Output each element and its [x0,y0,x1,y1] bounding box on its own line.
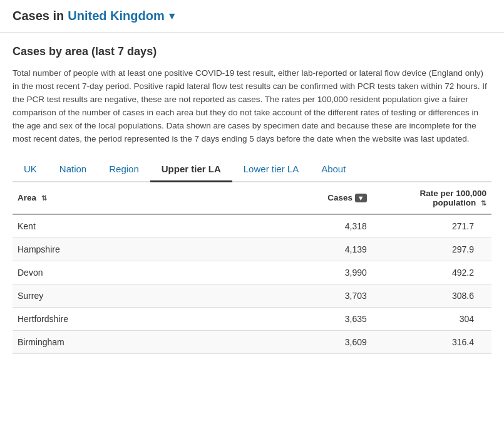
cell-rate: 316.4 [372,330,491,353]
cell-cases: 4,139 [276,237,372,261]
tab-upper-tier-la[interactable]: Upper tier LA [150,159,232,182]
rate-sort-icon[interactable]: ⇅ [481,199,486,207]
area-sort-icon[interactable]: ⇅ [41,194,47,202]
col-header-cases[interactable]: Cases ▼ [276,182,372,214]
dropdown-arrow-icon[interactable]: ▼ [167,11,177,22]
table-row: Hampshire4,139297.9 [13,237,491,261]
table-row: Hertfordshire3,635304 [13,307,491,330]
section-title: Cases by area (last 7 days) [13,45,491,58]
cell-area: Birmingham [13,330,276,353]
tab-nation[interactable]: Nation [48,159,98,182]
cell-rate: 297.9 [372,237,491,261]
tab-lower-tier-la[interactable]: Lower tier LA [232,159,310,182]
cases-sort-icon[interactable]: ▼ [355,194,367,202]
cell-cases: 3,635 [276,307,372,330]
cell-cases: 3,609 [276,330,372,353]
tabs-nav: UK Nation Region Upper tier LA Lower tie… [13,159,491,182]
tab-region[interactable]: Region [98,159,150,182]
col-header-area[interactable]: Area ⇅ [13,182,276,214]
table-row: Birmingham3,609316.4 [13,330,491,353]
cell-cases: 3,990 [276,261,372,284]
cell-area: Surrey [13,284,276,307]
cell-cases: 3,703 [276,284,372,307]
tab-uk[interactable]: UK [13,159,48,182]
table-header-row: Area ⇅ Cases ▼ Rate per 100,000 populati… [13,182,491,214]
cell-rate: 308.6 [372,284,491,307]
table-row: Surrey3,703308.6 [13,284,491,307]
table-row: Kent4,318271.7 [13,214,491,238]
location-selector-link[interactable]: United Kingdom [68,9,164,23]
cell-rate: 271.7 [372,214,491,238]
cases-table: Area ⇅ Cases ▼ Rate per 100,000 populati… [13,182,491,354]
table-body: Kent4,318271.7Hampshire4,139297.9Devon3,… [13,214,491,354]
cell-rate: 492.2 [372,261,491,284]
header-title-static: Cases in [13,9,64,23]
cell-cases: 4,318 [276,214,372,238]
col-header-rate[interactable]: Rate per 100,000 population ⇅ [372,182,491,214]
cell-area: Hertfordshire [13,307,276,330]
cell-area: Hampshire [13,237,276,261]
cell-area: Kent [13,214,276,238]
cell-rate: 304 [372,307,491,330]
page-header: Cases in United Kingdom ▼ [0,0,504,33]
tab-about[interactable]: About [310,159,357,182]
cases-table-container: Area ⇅ Cases ▼ Rate per 100,000 populati… [13,182,491,354]
section-description: Total number of people with at least one… [13,67,491,146]
main-content: Cases by area (last 7 days) Total number… [0,33,504,354]
table-row: Devon3,990492.2 [13,261,491,284]
cell-area: Devon [13,261,276,284]
